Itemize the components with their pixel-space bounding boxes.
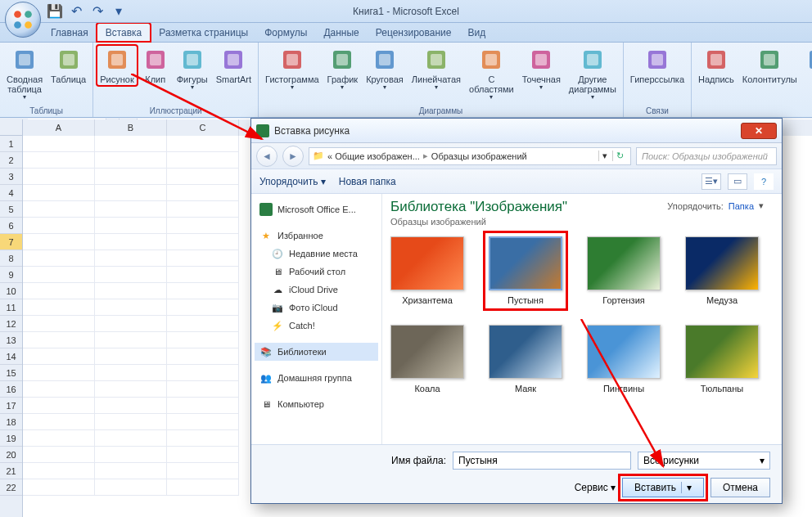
row-header[interactable]: 4 xyxy=(0,185,22,201)
cell[interactable] xyxy=(167,332,239,348)
filename-input[interactable] xyxy=(453,452,631,470)
cell[interactable] xyxy=(167,201,239,218)
cell[interactable] xyxy=(23,430,95,447)
row-header[interactable]: 11 xyxy=(0,299,22,316)
cells-area[interactable] xyxy=(23,136,239,517)
thumbnail-item[interactable]: Медуза xyxy=(685,236,759,305)
undo-icon[interactable]: ↶ xyxy=(67,2,85,20)
cell[interactable] xyxy=(95,430,167,447)
cell[interactable] xyxy=(167,185,239,201)
row-header[interactable]: 17 xyxy=(0,398,22,414)
cell[interactable] xyxy=(95,283,167,299)
ribbon-tab-5[interactable]: Рецензирование xyxy=(368,24,460,42)
row-header[interactable]: 1 xyxy=(0,136,22,152)
cell[interactable] xyxy=(23,316,95,332)
service-menu[interactable]: Сервис ▾ xyxy=(575,482,616,493)
sidebar-item-computer[interactable]: 🖥Компьютер xyxy=(255,395,378,413)
row-header[interactable]: 20 xyxy=(0,447,22,463)
row-header[interactable]: 2 xyxy=(0,152,22,169)
redo-icon[interactable]: ↷ xyxy=(88,2,106,20)
cell[interactable] xyxy=(23,447,95,463)
cell[interactable] xyxy=(23,136,95,152)
cell[interactable] xyxy=(95,136,167,152)
cell[interactable] xyxy=(95,267,167,283)
breadcrumb-segment[interactable]: « Общие изображен... xyxy=(327,151,420,161)
column-header[interactable]: B xyxy=(95,119,167,136)
ribbon-btn-w[interactable]: W xyxy=(802,45,812,86)
cell[interactable] xyxy=(167,430,239,447)
cell[interactable] xyxy=(167,381,239,398)
sort-value[interactable]: Папка xyxy=(729,201,754,211)
cell[interactable] xyxy=(23,267,95,283)
cell[interactable] xyxy=(95,414,167,430)
cell[interactable] xyxy=(23,332,95,348)
filetype-select[interactable]: Все рисунки▾ xyxy=(638,452,770,470)
breadcrumb[interactable]: 📁 « Общие изображен... ▸ Образцы изображ… xyxy=(309,147,631,165)
help-icon[interactable]: ? xyxy=(754,173,774,190)
thumbnail-item[interactable]: Пингвины xyxy=(587,325,661,393)
breadcrumb-dropdown-icon[interactable]: ▾ xyxy=(598,151,611,161)
cell[interactable] xyxy=(167,169,239,185)
organize-menu[interactable]: Упорядочить ▾ xyxy=(259,176,326,187)
row-header[interactable]: 7 xyxy=(0,234,22,250)
row-header[interactable]: 15 xyxy=(0,365,22,381)
cell[interactable] xyxy=(167,218,239,234)
cell[interactable] xyxy=(95,463,167,479)
cell[interactable] xyxy=(95,169,167,185)
cell[interactable] xyxy=(167,234,239,250)
cell[interactable] xyxy=(23,283,95,299)
row-header[interactable]: 3 xyxy=(0,169,22,185)
sidebar-fav-item[interactable]: ☁iCloud Drive xyxy=(255,281,378,299)
cell[interactable] xyxy=(167,283,239,299)
ribbon-tab-4[interactable]: Данные xyxy=(315,24,367,42)
cell[interactable] xyxy=(95,332,167,348)
row-header[interactable]: 16 xyxy=(0,381,22,398)
qat-dropdown-icon[interactable]: ▾ xyxy=(110,2,128,20)
breadcrumb-segment[interactable]: Образцы изображений xyxy=(431,151,527,161)
row-header[interactable]: 9 xyxy=(0,267,22,283)
ribbon-btn-круговая[interactable]: Круговая▾ xyxy=(363,45,407,92)
cell[interactable] xyxy=(167,267,239,283)
cell[interactable] xyxy=(23,169,95,185)
ribbon-btn-гистограмма[interactable]: Гистограмма▾ xyxy=(262,45,323,92)
cell[interactable] xyxy=(23,299,95,316)
sidebar-item-office[interactable]: Microsoft Office E... xyxy=(255,200,378,218)
row-header[interactable]: 22 xyxy=(0,479,22,496)
thumbnail-item[interactable]: Тюльпаны xyxy=(685,325,759,393)
cell[interactable] xyxy=(23,365,95,381)
cell[interactable] xyxy=(95,234,167,250)
cell[interactable] xyxy=(23,185,95,201)
cell[interactable] xyxy=(167,136,239,152)
column-header[interactable]: A xyxy=(23,119,95,136)
row-header[interactable]: 18 xyxy=(0,414,22,430)
cell[interactable] xyxy=(23,152,95,169)
cell[interactable] xyxy=(167,348,239,365)
sidebar-fav-item[interactable]: 🖥Рабочий стол xyxy=(255,263,378,281)
cell[interactable] xyxy=(167,316,239,332)
cell[interactable] xyxy=(95,218,167,234)
ribbon-btn-другие-диаграммы[interactable]: Другие диаграммы▾ xyxy=(566,45,620,102)
close-button[interactable]: ✕ xyxy=(741,123,777,139)
ribbon-tab-3[interactable]: Формулы xyxy=(256,24,315,42)
forward-button[interactable]: ► xyxy=(282,146,304,167)
search-input[interactable]: Поиск: Образцы изображений xyxy=(636,147,777,165)
cell[interactable] xyxy=(95,479,167,496)
ribbon-btn-график[interactable]: График▾ xyxy=(324,45,362,92)
row-header[interactable]: 13 xyxy=(0,332,22,348)
cell[interactable] xyxy=(167,463,239,479)
cell[interactable] xyxy=(167,414,239,430)
row-header[interactable]: 5 xyxy=(0,201,22,218)
sidebar-fav-item[interactable]: 🕘Недавние места xyxy=(255,245,378,263)
ribbon-btn-с-областями[interactable]: С областями▾ xyxy=(466,45,517,102)
ribbon-btn-клип[interactable]: Клип xyxy=(139,45,172,86)
cell[interactable] xyxy=(167,447,239,463)
cell[interactable] xyxy=(167,365,239,381)
cell[interactable] xyxy=(23,348,95,365)
ribbon-tab-6[interactable]: Вид xyxy=(459,24,494,42)
office-button[interactable] xyxy=(5,2,41,38)
save-icon[interactable]: 💾 xyxy=(46,2,64,20)
ribbon-btn-гиперссылка[interactable]: Гиперссылка xyxy=(627,45,688,86)
thumbnail-item[interactable]: Хризантема xyxy=(390,236,464,305)
ribbon-btn-линейчатая[interactable]: Линейчатая▾ xyxy=(408,45,464,92)
row-header[interactable]: 19 xyxy=(0,430,22,447)
